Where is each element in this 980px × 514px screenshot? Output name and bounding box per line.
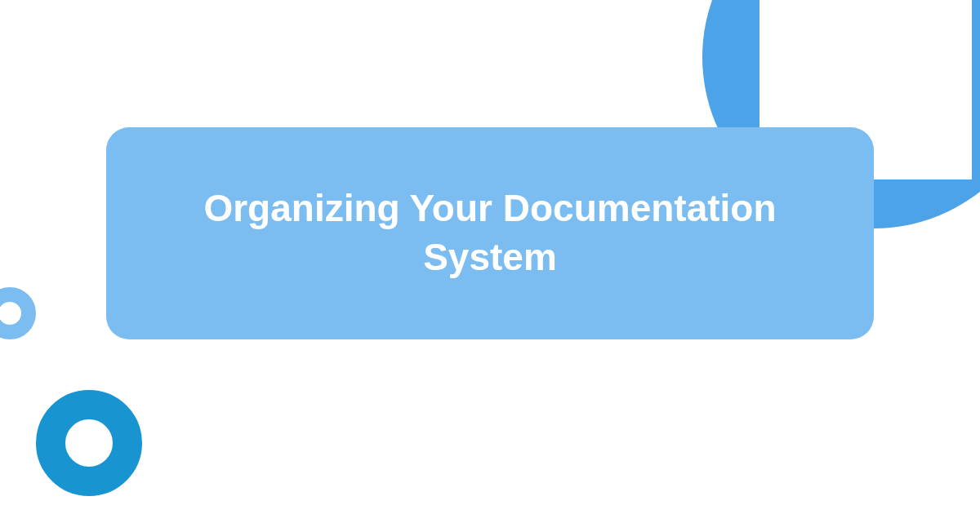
page-title: Organizing Your Documentation System: [155, 184, 825, 282]
title-card: Organizing Your Documentation System: [106, 127, 874, 339]
decorative-large-ring-icon: [36, 390, 142, 496]
decorative-small-ring-icon: [0, 287, 36, 339]
